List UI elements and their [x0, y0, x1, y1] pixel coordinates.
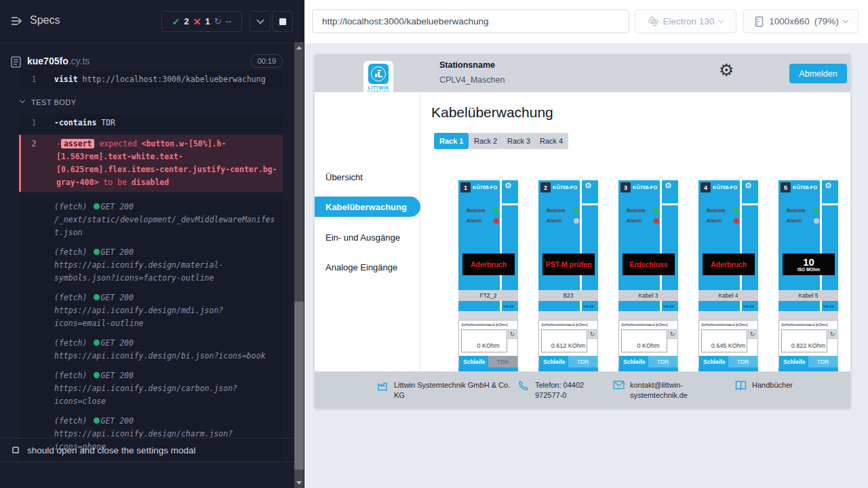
footer-email[interactable]: kontakt@littwin-systemtechnik.de — [613, 380, 708, 401]
page-title: Kabelüberwachung — [431, 104, 553, 121]
fetch-log-row[interactable]: (fetch)GET 200 https://api.iconify.desig… — [54, 288, 277, 333]
passed-count: 2 — [184, 16, 189, 26]
scroll-down-icon[interactable] — [296, 481, 302, 485]
schleife-button[interactable]: Schleife — [779, 356, 808, 367]
tab-rack-1[interactable]: Rack 1 — [434, 133, 469, 149]
assert-badge: assert — [61, 139, 95, 148]
fetch-log-row[interactable]: (fetch)GET 200 https://api.iconify.desig… — [54, 366, 277, 411]
sidebar-item-ein-und-ausgaenge[interactable]: Ein- und Ausgänge — [326, 232, 400, 243]
scroll-up-icon[interactable] — [296, 46, 302, 49]
command-arg: http://localhost:3000/kabelueberwachung — [83, 75, 266, 84]
factory-icon — [377, 380, 389, 392]
footer-company: Littwin Systemtechnik GmbH & Co. KG — [377, 380, 517, 401]
stop-tests-button[interactable] — [272, 11, 293, 32]
pending-test-row[interactable]: should open and close the settings modal — [0, 438, 294, 462]
card-gear-icon[interactable]: ⚙ — [825, 182, 832, 190]
resistance-label: Schleifenwiderstand [kOhm] — [621, 323, 667, 327]
spec-duration-badge: 00:19 — [250, 54, 283, 68]
book-icon — [735, 380, 747, 392]
status-display: Aderbruch — [462, 253, 515, 275]
url-input[interactable] — [312, 9, 629, 33]
sidebar-item-kabelueberwachung[interactable]: Kabelüberwachung — [315, 197, 420, 217]
viewport-size-selector[interactable]: 1000x660 (79%) — [743, 9, 859, 33]
status-display: PST-M prüfen — [542, 253, 595, 275]
alarm-label: Alarm — [787, 218, 802, 224]
tdr-button[interactable]: TDR — [808, 356, 837, 367]
refresh-icon[interactable]: ↻ — [748, 329, 757, 339]
logo-icon — [368, 64, 389, 84]
tdr-button[interactable]: TDR — [648, 356, 677, 367]
card-title: KÜ706-FO — [713, 184, 737, 190]
refresh-icon[interactable]: ↻ — [588, 329, 597, 339]
logout-button[interactable]: Abmelden — [789, 64, 847, 83]
electron-icon — [648, 16, 658, 26]
cable-name: Kabel 4 — [698, 290, 758, 301]
schleife-button[interactable]: Schleife — [459, 356, 488, 367]
success-dot-icon — [94, 249, 100, 255]
browser-selector[interactable]: Electron 130 — [635, 9, 736, 33]
device-card-3: 3 KÜ706-FO ⚙ Betrieb Alarm Erdschluss Ka… — [618, 180, 678, 371]
reporter-header: Specs ✓ 2 ✕ 1 ↻ -- — [0, 0, 294, 43]
card-number: 3 — [620, 182, 631, 192]
fetch-log-row[interactable]: (fetch)GET 200 https://api.iconify.desig… — [54, 333, 277, 366]
tdr-button[interactable]: TDR — [488, 356, 517, 367]
command-row-visit[interactable]: 1 visit http://localhost:3000/kabelueber… — [19, 70, 283, 89]
schleife-button[interactable]: Schleife — [539, 356, 568, 367]
tdr-button[interactable]: TDR — [568, 356, 597, 367]
pending-test-title: should open and close the settings modal — [27, 445, 195, 455]
resistance-label: Schleifenwiderstand [kOhm] — [461, 323, 507, 327]
success-dot-icon — [94, 372, 100, 378]
schleife-button[interactable]: Schleife — [619, 356, 648, 367]
fetch-log-row[interactable]: (fetch)GET 200 https://api.iconify.desig… — [54, 243, 277, 288]
resistance-value: 0.645 KOhm — [699, 342, 757, 349]
sidebar-item-analoge-eingaenge[interactable]: Analoge Eingänge — [326, 262, 397, 272]
settings-gear-icon[interactable]: ⚙ — [719, 62, 734, 79]
footer-handbooks[interactable]: Handbücher — [735, 380, 816, 392]
command-row-contains[interactable]: 1 -contains TDR — [19, 114, 283, 132]
status-display: Aderbruch — [703, 253, 755, 275]
cable-name: Kabel 5 — [778, 290, 838, 301]
viewport-zoom: (79%) — [814, 16, 839, 26]
command-name: visit — [54, 75, 78, 84]
schleife-button[interactable]: Schleife — [699, 356, 728, 367]
alarm-led-icon — [574, 218, 579, 224]
specs-title[interactable]: Specs — [30, 14, 60, 26]
card-title: KÜ706-FO — [553, 184, 577, 190]
sidebar-item-uebersicht[interactable]: Übersicht — [326, 172, 363, 182]
specs-menu-icon[interactable] — [11, 16, 24, 26]
device-card-1: 1 KÜ705-FO ⚙ Betrieb Alarm Aderbruch FTZ… — [458, 180, 518, 371]
alarm-label: Alarm — [707, 218, 722, 224]
resistance-panel: Schleifenwiderstand [kOhm] ↻ 0.645 KOhm … — [698, 320, 758, 367]
betrieb-label: Betrieb — [547, 207, 566, 214]
card-gear-icon[interactable]: ⚙ — [745, 182, 752, 190]
refresh-icon[interactable]: ↻ — [508, 329, 517, 339]
test-body-section[interactable]: TEST BODY — [19, 92, 283, 114]
app-under-test: Stationsname CPLV4_Maschen ⚙ Abmelden LI… — [315, 54, 850, 408]
spec-file-row[interactable]: kue705fo.cy.ts 00:19 — [0, 53, 294, 72]
card-gear-icon[interactable]: ⚙ — [505, 182, 512, 190]
card-gear-icon[interactable]: ⚙ — [665, 182, 672, 190]
fetch-log-row[interactable]: (fetch)GET 200 /_next/static/development… — [54, 197, 277, 243]
cypress-reporter-panel: Specs ✓ 2 ✕ 1 ↻ -- kue705fo.cy.ts 00:19 — [0, 0, 294, 488]
cable-name: Kabel 3 — [618, 290, 678, 301]
stop-icon — [279, 18, 286, 25]
success-dot-icon — [94, 203, 100, 209]
assert-expected: expected — [99, 139, 136, 148]
chevron-down-icon — [718, 18, 724, 23]
firmware-version: V4.19 — [823, 304, 834, 308]
refresh-icon[interactable]: ↻ — [668, 329, 677, 339]
collapse-reporter-button[interactable] — [250, 11, 271, 32]
tab-rack-2[interactable]: Rack 2 — [469, 133, 502, 149]
tab-rack-3[interactable]: Rack 3 — [502, 133, 536, 149]
reporter-scrollbar[interactable] — [294, 0, 304, 488]
resistance-value: 0.612 KOhm — [539, 342, 597, 349]
card-gear-icon[interactable]: ⚙ — [585, 182, 592, 190]
app-header: Stationsname CPLV4_Maschen ⚙ Abmelden — [315, 54, 850, 92]
device-card-2: 2 KÜ706-FO ⚙ Betrieb Alarm PST-M prüfen … — [538, 180, 598, 371]
tab-rack-4[interactable]: Rack 4 — [534, 133, 568, 149]
browser-name: Electron 130 — [663, 16, 715, 26]
refresh-icon[interactable]: ↻ — [828, 329, 837, 339]
scrollbar-thumb[interactable] — [294, 302, 304, 470]
tdr-button[interactable]: TDR — [728, 356, 757, 367]
command-row-assert-failed[interactable]: 2 -assert expected <button.w-[50%].h-[1.… — [19, 135, 283, 192]
